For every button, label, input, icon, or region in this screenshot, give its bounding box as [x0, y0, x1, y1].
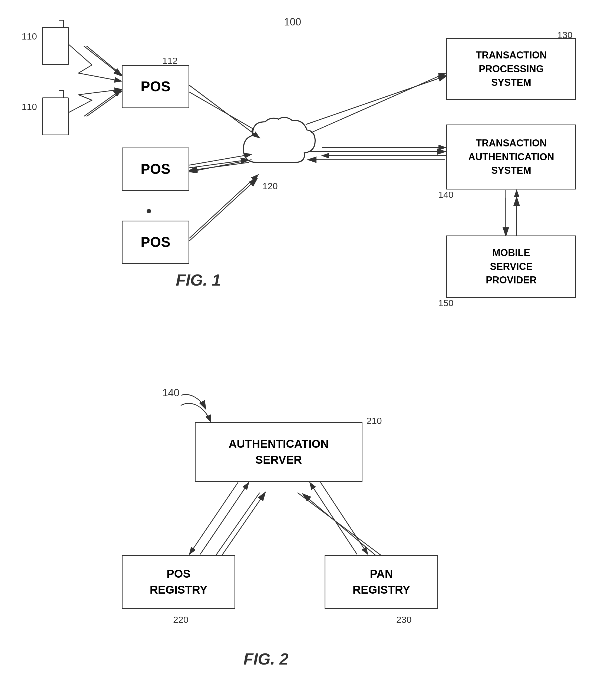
svg-line-3 [84, 46, 122, 76]
fig1-ref-label: 100 [284, 16, 301, 28]
mobile-service-box: MOBILESERVICEPROVIDER [446, 235, 576, 298]
fig1-mobile1-ref: 110 [22, 31, 37, 42]
svg-line-11 [306, 76, 446, 125]
svg-line-34 [310, 482, 357, 554]
svg-line-6 [86, 89, 125, 117]
transaction-auth-box: TRANSACTIONAUTHENTICATIONSYSTEM [446, 125, 576, 190]
svg-line-33 [320, 482, 368, 554]
transaction-processing-box: TRANSACTIONPROCESSINGSYSTEM [446, 38, 576, 100]
svg-line-31 [189, 482, 238, 554]
diagram-container: 100 110 110 POS 112 POS • • • POS 120 TR… [0, 0, 604, 700]
pos-top-ref: 112 [162, 55, 178, 66]
arrows-svg [0, 0, 604, 700]
pos-bot-box: POS [122, 221, 189, 264]
pos-mid-box: POS [122, 148, 189, 191]
msp-ref: 150 [438, 298, 454, 308]
pos-registry-ref: 220 [173, 615, 188, 625]
svg-line-26 [311, 73, 446, 133]
auth-server-box: AUTHENTICATIONSERVER [195, 422, 363, 482]
fig1-title: FIG. 1 [176, 271, 221, 290]
tas-ref: 140 [438, 190, 454, 200]
fig1-mobile2-ref: 110 [22, 101, 37, 112]
svg-line-25 [189, 175, 258, 238]
svg-line-10 [189, 179, 257, 241]
cloud-ref: 120 [262, 181, 278, 191]
mobile-device-1 [42, 27, 69, 65]
mobile-device-2 [42, 97, 69, 135]
fig2-ref-arrow [173, 390, 227, 422]
pos-registry-box: POSREGISTRY [122, 555, 235, 609]
cloud-shape [235, 114, 322, 179]
precise-arrows [0, 0, 604, 700]
svg-line-5 [84, 89, 122, 117]
pos-top-box: POS [122, 65, 189, 108]
auth-server-ref: 210 [367, 416, 382, 426]
fig2-title: FIG. 2 [243, 650, 289, 668]
pan-registry-box: PANREGISTRY [324, 555, 438, 609]
svg-line-32 [200, 482, 249, 554]
pan-registry-ref: 230 [396, 615, 412, 625]
tps-ref: 130 [557, 30, 573, 40]
svg-line-4 [86, 46, 125, 77]
